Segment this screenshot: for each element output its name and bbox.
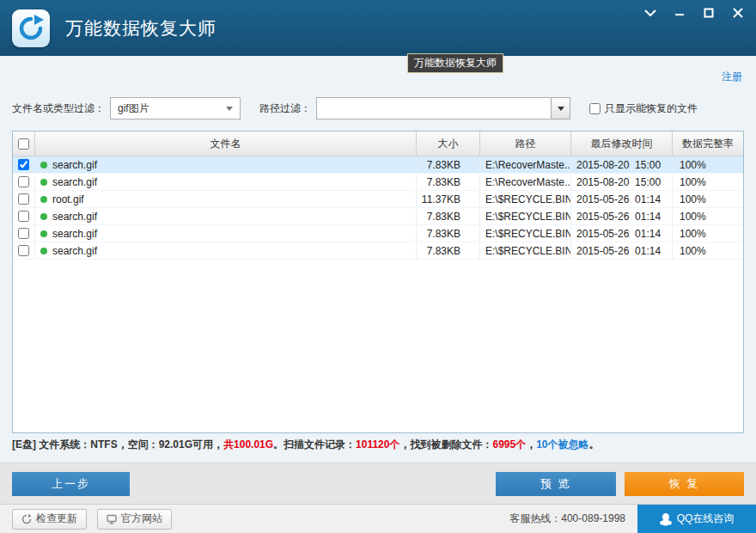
file-status-dot xyxy=(40,196,47,203)
file-size: 7.83KB xyxy=(417,208,480,224)
file-name: root.gif xyxy=(52,191,84,207)
website-icon xyxy=(107,514,117,524)
file-integrity: 100% xyxy=(673,191,743,207)
recover-button[interactable]: 恢 复 xyxy=(625,472,744,496)
table-row[interactable]: root.gif 11.37KB E:\$RECYCLE.BIN.. 2015-… xyxy=(13,191,743,208)
qq-consult-button[interactable]: QQ在线咨询 xyxy=(637,505,756,533)
register-link[interactable]: 注册 xyxy=(722,70,742,84)
file-modified-time: 2015-08-20 15:00 xyxy=(571,156,673,173)
file-path: E:\RecoverMaste.. xyxy=(480,174,571,190)
type-filter-label: 文件名或类型过滤： xyxy=(12,101,105,116)
file-status-dot xyxy=(40,213,47,220)
table-row[interactable]: search.gif 7.83KB E:\RecoverMaste.. 2015… xyxy=(13,156,743,174)
file-name-cell: search.gif xyxy=(35,174,417,190)
file-modified-time: 2015-05-26 01:14 xyxy=(571,191,673,207)
file-size: 11.37KB xyxy=(417,191,480,207)
header-modified-time[interactable]: 最后修改时间 xyxy=(571,132,673,156)
file-name-cell: root.gif xyxy=(35,191,417,207)
only-recoverable-label: 只显示能恢复的文件 xyxy=(605,101,698,116)
back-button[interactable]: 上一步 xyxy=(12,472,130,496)
row-checkbox[interactable] xyxy=(18,176,29,187)
file-modified-time: 2015-05-26 01:14 xyxy=(571,208,673,224)
status-text: [E盘] 文件系统：NTFS，空间：92.01G可用， xyxy=(12,438,223,450)
table-row[interactable]: search.gif 7.83KB E:\$RECYCLE.BIN.. 2015… xyxy=(13,242,743,260)
file-integrity: 100% xyxy=(673,242,743,259)
file-modified-time: 2015-08-20 15:00 xyxy=(571,174,673,190)
row-checkbox-cell xyxy=(13,174,35,190)
update-icon xyxy=(21,514,32,524)
only-recoverable-checkbox[interactable] xyxy=(589,103,601,114)
chevron-down-icon[interactable] xyxy=(641,3,660,22)
header-size[interactable]: 大小 xyxy=(417,132,480,156)
status-deleted-count: 6995个 xyxy=(492,438,526,450)
check-update-button[interactable]: 检查更新 xyxy=(12,509,87,530)
file-size: 7.83KB xyxy=(417,225,480,242)
official-site-button[interactable]: 官方网站 xyxy=(97,509,172,530)
row-checkbox-cell xyxy=(13,191,35,207)
file-integrity: 100% xyxy=(673,156,743,173)
check-update-label: 检查更新 xyxy=(36,512,77,526)
qq-consult-label: QQ在线咨询 xyxy=(677,512,735,526)
only-recoverable-option[interactable]: 只显示能恢复的文件 xyxy=(589,101,698,116)
file-type-selected-value: gif图片 xyxy=(118,101,149,116)
path-dropdown-button[interactable] xyxy=(551,98,570,119)
file-size: 7.83KB xyxy=(417,242,480,259)
titlebar: 万能数据恢复大师 xyxy=(0,0,756,56)
maximize-button[interactable] xyxy=(699,3,718,22)
file-path: E:\$RECYCLE.BIN.. xyxy=(480,225,571,242)
row-checkbox-cell xyxy=(13,156,35,173)
table-header-row: 文件名 大小 路径 最后修改时间 数据完整率 xyxy=(13,132,743,156)
row-checkbox[interactable] xyxy=(18,159,29,170)
path-filter-input[interactable] xyxy=(317,98,551,119)
file-name: search.gif xyxy=(52,156,97,173)
table-row[interactable]: search.gif 7.83KB E:\$RECYCLE.BIN.. 2015… xyxy=(13,225,743,242)
status-text: 。扫描文件记录： xyxy=(273,438,356,450)
status-total-space: 共100.01G xyxy=(223,438,273,450)
table-row[interactable]: search.gif 7.83KB E:\$RECYCLE.BIN.. 2015… xyxy=(13,208,743,225)
file-name: search.gif xyxy=(52,174,97,190)
chevron-down-icon xyxy=(226,107,233,111)
row-checkbox[interactable] xyxy=(18,245,29,256)
select-all-checkbox[interactable] xyxy=(18,138,29,150)
file-type-select[interactable]: gif图片 xyxy=(110,97,241,119)
file-name-cell: search.gif xyxy=(35,225,417,242)
file-size: 7.83KB xyxy=(417,174,480,190)
path-filter-label: 路径过滤： xyxy=(259,101,311,116)
qq-penguin-icon xyxy=(660,512,672,526)
file-path: E:\$RECYCLE.BIN.. xyxy=(480,191,571,207)
file-name-cell: search.gif xyxy=(35,242,417,259)
filter-bar: 文件名或类型过滤： gif图片 路径过滤： 只显示能恢复的文件 xyxy=(12,96,744,120)
close-button[interactable] xyxy=(729,3,747,22)
path-filter-combo xyxy=(316,97,570,119)
file-table: 文件名 大小 路径 最后修改时间 数据完整率 search.gif 7.83KB… xyxy=(12,131,744,433)
minimize-button[interactable] xyxy=(670,3,689,22)
header-filename[interactable]: 文件名 xyxy=(35,132,417,156)
header-checkbox-cell xyxy=(13,132,35,156)
tooltip: 万能数据恢复大师 xyxy=(407,53,503,73)
file-path: E:\$RECYCLE.BIN.. xyxy=(480,208,571,224)
file-name-cell: search.gif xyxy=(35,208,417,224)
header-integrity[interactable]: 数据完整率 xyxy=(673,132,743,156)
status-text: 。 xyxy=(589,438,600,450)
row-checkbox[interactable] xyxy=(18,228,29,239)
file-integrity: 100% xyxy=(673,174,743,190)
file-size: 7.83KB xyxy=(417,156,480,173)
row-checkbox[interactable] xyxy=(18,193,29,205)
app-logo-icon xyxy=(12,9,50,47)
file-integrity: 100% xyxy=(673,225,743,242)
chevron-down-icon xyxy=(558,107,564,111)
row-checkbox[interactable] xyxy=(18,211,29,222)
file-name: search.gif xyxy=(52,208,97,224)
header-path[interactable]: 路径 xyxy=(480,132,571,156)
file-status-dot xyxy=(40,162,47,168)
table-row[interactable]: search.gif 7.83KB E:\RecoverMaste.. 2015… xyxy=(13,174,743,191)
preview-button[interactable]: 预 览 xyxy=(496,472,616,496)
row-checkbox-cell xyxy=(13,242,35,259)
service-hotline: 客服热线：400-089-1998 xyxy=(509,512,625,526)
status-ignored-count: 10个被忽略 xyxy=(536,438,588,450)
window-controls xyxy=(641,3,747,22)
action-bar: 上一步 预 览 恢 复 xyxy=(0,463,756,504)
file-modified-time: 2015-05-26 01:14 xyxy=(571,242,673,259)
file-path: E:\$RECYCLE.BIN.. xyxy=(480,242,571,259)
row-checkbox-cell xyxy=(13,225,35,242)
